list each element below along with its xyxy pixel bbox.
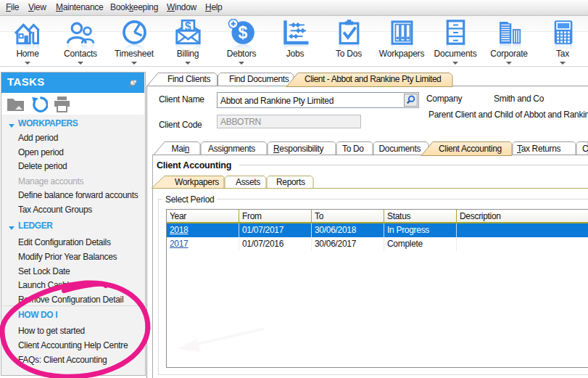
svg-text:$: $: [238, 23, 247, 42]
